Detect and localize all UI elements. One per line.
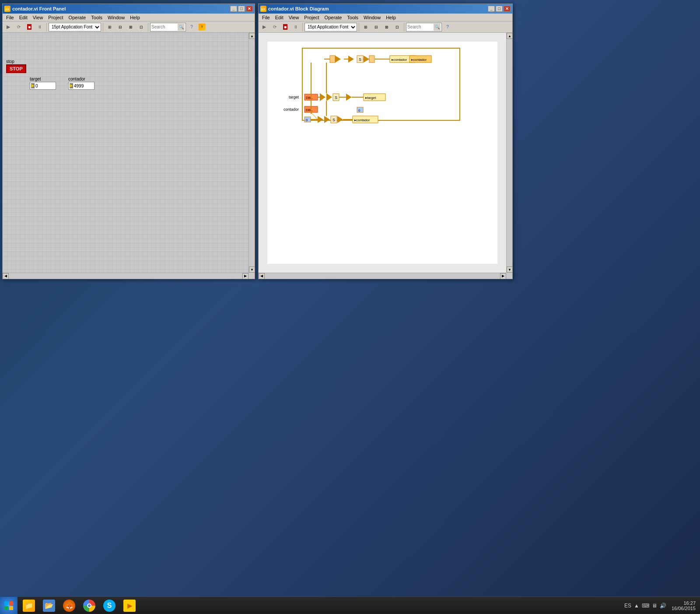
vscroll-down[interactable]: ▼: [249, 267, 255, 273]
bd-menu-tools[interactable]: Tools: [344, 14, 361, 21]
svg-rect-52: [4, 601, 8, 605]
bd-menu-view[interactable]: View: [286, 14, 302, 21]
bd-resize-button[interactable]: ⊠: [382, 22, 392, 32]
bd-menu-file[interactable]: File: [259, 14, 273, 21]
maximize-button[interactable]: □: [238, 6, 245, 12]
start-button[interactable]: [0, 597, 18, 614]
menu-help[interactable]: Help: [127, 14, 143, 21]
target-control[interactable]: 0: [30, 82, 56, 90]
bd-font-select[interactable]: 15pt Application Font: [304, 23, 357, 32]
bd-pause-button[interactable]: ⏸: [291, 22, 301, 32]
search-button[interactable]: 🔍: [178, 24, 185, 31]
svg-text:S: S: [335, 95, 337, 100]
bd-close-button[interactable]: ✕: [504, 6, 511, 12]
bd-run-button[interactable]: ▶: [259, 22, 269, 32]
svg-marker-34: [318, 116, 323, 123]
bd-vscroll-up[interactable]: ▲: [507, 33, 512, 39]
taskbar-app-firefox[interactable]: 🦊: [60, 598, 79, 614]
distribute-button[interactable]: ⊟: [116, 22, 125, 32]
bd-toolbar-sep-1: [302, 23, 303, 32]
svg-marker-12: [335, 56, 341, 63]
bd-hscroll-right[interactable]: ▶: [500, 273, 506, 279]
search-input[interactable]: [151, 25, 178, 29]
block-diagram-title-bar[interactable]: LV contador.vi Block Diagram _ □ ✕: [259, 4, 512, 14]
bd-hscrollbar-row: ◀ ▶: [259, 273, 512, 279]
pause-button[interactable]: ⏸: [35, 22, 45, 32]
taskbar-app-labview[interactable]: ▶: [120, 598, 139, 614]
menu-project[interactable]: Project: [46, 14, 66, 21]
front-panel-content: File Edit View Project Operate Tools Win…: [3, 14, 255, 279]
taskbar-app-folder[interactable]: 📂: [39, 598, 59, 614]
abort-button[interactable]: ■: [24, 22, 34, 32]
bd-labview-icon: LV: [260, 6, 266, 12]
up-arrow-icon: ▲: [634, 603, 639, 609]
front-panel-window: LV contador.vi Front Panel _ □ ✕ File Ed…: [2, 4, 255, 279]
bd-run-continuously-button[interactable]: ⟳: [270, 22, 280, 32]
bd-hscroll-left[interactable]: ◀: [259, 273, 265, 279]
close-button[interactable]: ✕: [246, 6, 253, 12]
bd-scrollbar-corner: [506, 273, 512, 279]
labview-icon: LV: [4, 6, 10, 12]
bd-vscrollbar[interactable]: ▲ ▼: [506, 33, 512, 273]
help-button[interactable]: ?: [187, 22, 196, 32]
front-panel-title-bar[interactable]: LV contador.vi Front Panel _ □ ✕: [3, 4, 255, 14]
diagram-canvas: DBL DBL target contador: [259, 33, 506, 273]
front-panel-menu-bar: File Edit View Project Operate Tools Win…: [3, 14, 255, 21]
front-panel-title: contador.vi Front Panel: [12, 6, 66, 11]
run-continuously-button[interactable]: ⟳: [14, 22, 24, 32]
bd-search-button[interactable]: 🔍: [434, 24, 441, 31]
svg-rect-55: [9, 606, 13, 610]
bd-menu-project[interactable]: Project: [301, 14, 322, 21]
tools-palette-button[interactable]: T: [197, 22, 207, 32]
menu-edit[interactable]: Edit: [17, 14, 30, 21]
bd-menu-window[interactable]: Window: [361, 14, 383, 21]
minimize-button[interactable]: _: [230, 6, 237, 12]
vscroll-up[interactable]: ▲: [249, 33, 255, 39]
clock-date: 16/06/2015: [672, 606, 696, 611]
menu-tools[interactable]: Tools: [88, 14, 105, 21]
vscroll-track: [249, 39, 255, 267]
bd-distribute-button[interactable]: ⊟: [371, 22, 381, 32]
contador-control[interactable]: 4999: [68, 82, 94, 90]
run-button[interactable]: ▶: [4, 22, 13, 32]
reorder-button[interactable]: ⊡: [136, 22, 146, 32]
svg-text:S: S: [332, 118, 335, 122]
align-button[interactable]: ⊞: [105, 22, 115, 32]
taskbar-app-skype[interactable]: S: [100, 598, 119, 614]
bd-reorder-button[interactable]: ⊡: [392, 22, 402, 32]
svg-text:contador: contador: [284, 107, 299, 112]
bd-vscroll-down[interactable]: ▼: [507, 267, 512, 273]
toolbar-sep-3: [148, 23, 148, 32]
bd-help-button[interactable]: ?: [443, 22, 452, 32]
taskbar-time-date[interactable]: 16:27 16/06/2015: [672, 600, 696, 611]
target-area: target 0: [30, 77, 56, 90]
bd-menu-edit[interactable]: Edit: [273, 14, 286, 21]
block-diagram-title: contador.vi Block Diagram: [268, 6, 329, 11]
resize-button[interactable]: ⊠: [126, 22, 136, 32]
bd-maximize-button[interactable]: □: [496, 6, 503, 12]
bd-abort-button[interactable]: ■: [280, 22, 290, 32]
menu-view[interactable]: View: [30, 14, 46, 21]
front-panel-vscrollbar[interactable]: ▲ ▼: [248, 33, 255, 273]
menu-window[interactable]: Window: [105, 14, 127, 21]
bd-menu-operate[interactable]: Operate: [322, 14, 345, 21]
front-panel-hscrollbar[interactable]: ◀ ▶: [3, 273, 248, 279]
svg-rect-54: [4, 606, 8, 610]
bd-minimize-button[interactable]: _: [488, 6, 495, 12]
block-diagram-menu-bar: File Edit View Project Operate Tools Win…: [259, 14, 512, 21]
folder-icon: 📂: [43, 600, 55, 612]
bd-search-input[interactable]: [407, 25, 434, 29]
hscroll-right[interactable]: ▶: [242, 273, 248, 279]
taskbar-app-chrome[interactable]: [80, 598, 99, 614]
menu-operate[interactable]: Operate: [66, 14, 89, 21]
svg-rect-53: [9, 601, 13, 605]
bd-menu-help[interactable]: Help: [383, 14, 399, 21]
bd-align-button[interactable]: ⊞: [361, 22, 371, 32]
taskbar-app-files[interactable]: 📁: [19, 598, 38, 614]
notification-icons: ES ▲ ⌨ 🖥 🔊: [623, 603, 668, 609]
hscroll-left[interactable]: ◀: [3, 273, 9, 279]
stop-button[interactable]: STOP: [6, 64, 26, 73]
font-select[interactable]: 15pt Application Font: [49, 23, 101, 32]
bd-hscrollbar[interactable]: ◀ ▶: [259, 273, 506, 279]
menu-file[interactable]: File: [4, 14, 17, 21]
